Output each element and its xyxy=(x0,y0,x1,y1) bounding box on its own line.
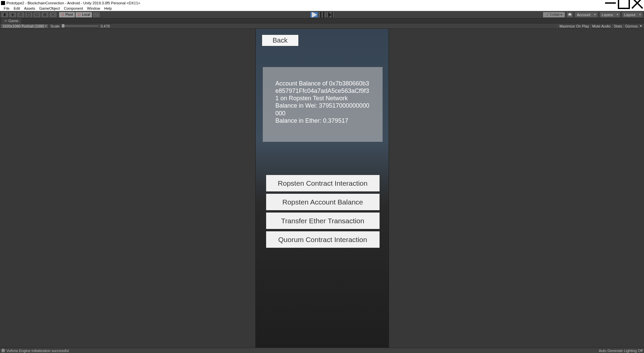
svg-rect-1 xyxy=(618,0,629,8)
game-viewport: Back Account Balance of 0x7b380660b3e857… xyxy=(0,29,644,348)
window-title: Prototype2 - BlockchainConnection - Andr… xyxy=(6,1,140,5)
layout-label: Layout xyxy=(624,13,635,17)
scale-value: 0.478 xyxy=(101,24,110,28)
svg-rect-14 xyxy=(97,15,98,16)
unity-icon xyxy=(1,1,5,5)
menu-file[interactable]: File xyxy=(2,6,12,10)
rect-tool[interactable] xyxy=(33,12,41,18)
gizmos-toggle[interactable]: Gizmos xyxy=(624,23,639,29)
pivot-toggle[interactable]: Pivot xyxy=(59,12,75,18)
tab-game[interactable]: Game xyxy=(1,18,21,23)
custom-tool[interactable] xyxy=(49,12,57,18)
menu-edit[interactable]: Edit xyxy=(12,6,22,10)
menu-component[interactable]: Component xyxy=(62,6,85,10)
aspect-dropdown[interactable]: 1920x1080 Portrait (1080 xyxy=(1,24,48,28)
maximize-on-play-toggle[interactable]: Maximize On Play xyxy=(558,23,591,29)
layout-dropdown[interactable]: Layout xyxy=(622,12,643,18)
status-message: Vuforia Engine initialization successful xyxy=(6,349,69,353)
toolbar: Pivot Local Collab ▾ Account Layers Layo… xyxy=(0,11,644,18)
close-button[interactable] xyxy=(631,0,644,6)
play-button[interactable] xyxy=(310,12,318,18)
lighting-status: Auto Generate Lighting Off xyxy=(599,349,643,353)
cloud-icon xyxy=(568,13,572,17)
menubar: File Edit Assets GameObject Component Wi… xyxy=(0,6,644,11)
scale-thumb[interactable] xyxy=(62,24,64,27)
transform-tool[interactable] xyxy=(41,12,49,18)
game-control-bar: 1920x1080 Portrait (1080 Scale 0.478 Max… xyxy=(0,23,644,29)
action-button-stack: Ropsten Contract Interaction Ropsten Acc… xyxy=(266,175,380,248)
svg-marker-15 xyxy=(312,12,317,18)
svg-marker-18 xyxy=(328,12,332,18)
menu-help[interactable]: Help xyxy=(102,6,114,10)
transfer-ether-button[interactable]: Transfer Ether Transaction xyxy=(266,213,380,229)
info-icon xyxy=(1,349,5,352)
scale-slider[interactable] xyxy=(62,25,99,26)
check-icon xyxy=(546,13,549,16)
svg-rect-16 xyxy=(320,12,321,18)
svg-rect-4 xyxy=(28,13,30,16)
collab-dropdown[interactable]: Collab ▾ xyxy=(543,12,565,18)
local-label: Local xyxy=(82,13,90,16)
account-dropdown[interactable]: Account xyxy=(575,12,598,18)
cloud-button[interactable] xyxy=(566,12,573,18)
link-icon xyxy=(4,19,7,22)
scale-label: Scale xyxy=(50,24,60,28)
svg-rect-12 xyxy=(78,14,80,16)
svg-point-11 xyxy=(62,14,64,16)
panel-tabs: Game xyxy=(0,18,644,23)
balance-info-panel: Account Balance of 0x7b380660b3e857971Ff… xyxy=(263,67,383,142)
scale-tool[interactable] xyxy=(25,12,33,18)
ropsten-balance-button[interactable]: Ropsten Account Balance xyxy=(266,194,380,210)
local-toggle[interactable]: Local xyxy=(75,12,92,18)
minimize-button[interactable] xyxy=(604,0,617,6)
stats-toggle[interactable]: Stats xyxy=(612,23,624,29)
pivot-label: Pivot xyxy=(65,13,73,16)
balance-text: Account Balance of 0x7b380660b3e857971Ff… xyxy=(276,80,369,124)
svg-rect-5 xyxy=(27,13,28,14)
svg-rect-17 xyxy=(323,12,324,18)
rotate-tool[interactable] xyxy=(17,12,25,18)
collab-label: Collab xyxy=(550,13,559,16)
layers-dropdown[interactable]: Layers xyxy=(599,12,621,18)
layers-label: Layers xyxy=(602,13,613,17)
quorum-contract-button[interactable]: Quorum Contract Interaction xyxy=(266,231,380,248)
svg-rect-19 xyxy=(332,12,333,18)
back-button[interactable]: Back xyxy=(262,35,298,46)
ropsten-contract-button[interactable]: Ropsten Contract Interaction xyxy=(266,175,380,191)
snap-toggle[interactable] xyxy=(92,12,100,18)
mute-audio-toggle[interactable]: Mute Audio xyxy=(591,23,612,29)
menu-assets[interactable]: Assets xyxy=(22,6,37,10)
local-icon xyxy=(78,13,81,16)
gizmos-dropdown[interactable]: ▾ xyxy=(639,23,643,29)
tab-game-label: Game xyxy=(8,19,18,23)
account-label: Account xyxy=(577,13,590,17)
window-titlebar: Prototype2 - BlockchainConnection - Andr… xyxy=(0,0,644,6)
statusbar: Vuforia Engine initialization successful… xyxy=(0,348,644,353)
svg-rect-7 xyxy=(36,14,38,16)
move-tool[interactable] xyxy=(9,12,17,18)
pause-button[interactable] xyxy=(318,12,326,18)
menu-gameobject[interactable]: GameObject xyxy=(37,6,62,10)
step-button[interactable] xyxy=(326,12,334,18)
hand-tool[interactable] xyxy=(1,12,9,18)
game-screen: Back Account Balance of 0x7b380660b3e857… xyxy=(255,29,389,348)
svg-rect-13 xyxy=(95,13,96,14)
menu-window[interactable]: Window xyxy=(85,6,102,10)
pivot-icon xyxy=(61,13,64,16)
aspect-label: 1920x1080 Portrait (1080 xyxy=(2,24,44,28)
maximize-button[interactable] xyxy=(617,0,631,6)
svg-rect-6 xyxy=(30,16,31,16)
